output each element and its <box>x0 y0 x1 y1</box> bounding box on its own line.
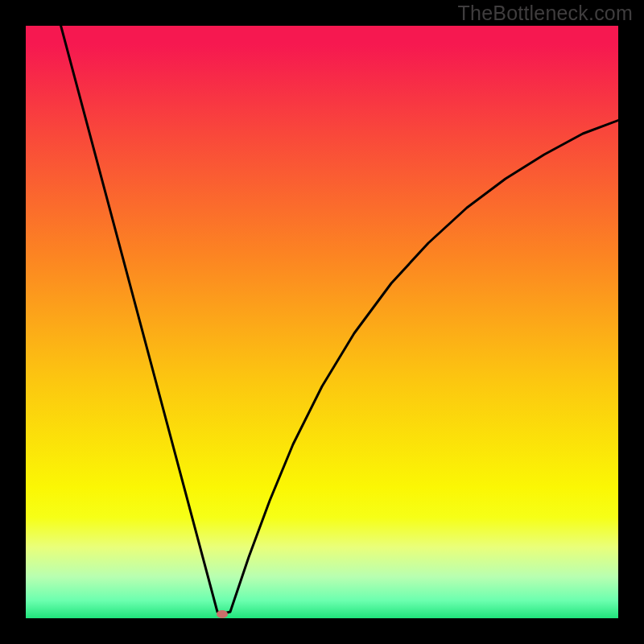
plot-area <box>26 26 618 618</box>
watermark-text: TheBottleneck.com <box>458 2 633 25</box>
chart-frame: TheBottleneck.com <box>0 0 644 644</box>
curve-path <box>60 26 618 613</box>
minimum-marker <box>217 610 228 618</box>
bottleneck-curve <box>26 26 618 618</box>
